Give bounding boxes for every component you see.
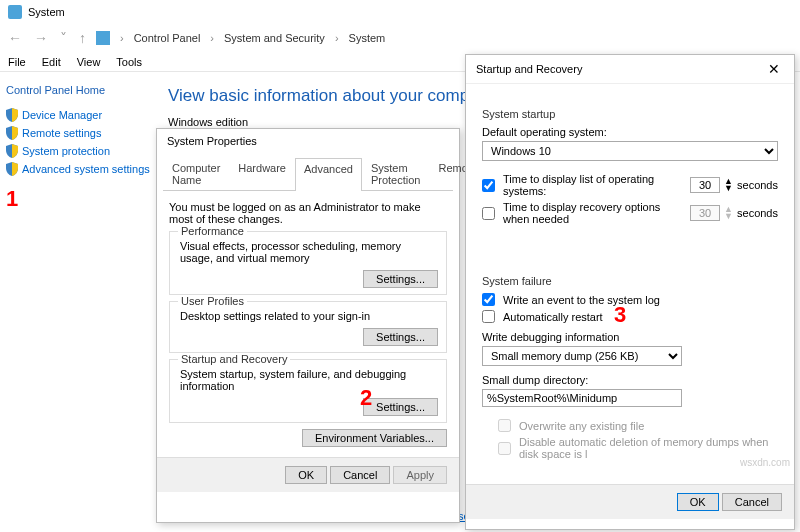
default-os-select[interactable]: Windows 10	[482, 141, 778, 161]
startup-recovery-settings-button[interactable]: Settings...	[363, 398, 438, 416]
up-icon[interactable]: ↑	[77, 30, 88, 46]
breadcrumb-l2[interactable]: System and Security	[224, 32, 325, 44]
overwrite-checkbox	[498, 419, 511, 432]
tab-system-protection[interactable]: System Protection	[362, 157, 430, 190]
debug-info-label: Write debugging information	[482, 331, 778, 343]
control-panel-icon	[96, 31, 110, 45]
menu-view[interactable]: View	[77, 56, 101, 68]
breadcrumb-root[interactable]: Control Panel	[134, 32, 201, 44]
tab-computer-name[interactable]: Computer Name	[163, 157, 229, 190]
menu-file[interactable]: File	[8, 56, 26, 68]
tab-hardware[interactable]: Hardware	[229, 157, 295, 190]
debug-info-select[interactable]: Small memory dump (256 KB)	[482, 346, 682, 366]
window-title: System	[28, 6, 65, 18]
dialog-title: System Properties	[157, 129, 459, 153]
write-event-checkbox[interactable]	[482, 293, 495, 306]
time-list-spinner[interactable]	[690, 177, 720, 193]
dump-dir-input[interactable]	[482, 389, 682, 407]
performance-group: Performance Visual effects, processor sc…	[169, 231, 447, 295]
admin-note: You must be logged on as an Administrato…	[169, 201, 447, 225]
shield-icon	[6, 126, 18, 140]
time-list-checkbox[interactable]	[482, 179, 495, 192]
dump-dir-label: Small dump directory:	[482, 374, 778, 386]
breadcrumb-l3[interactable]: System	[349, 32, 386, 44]
tabs: Computer Name Hardware Advanced System P…	[163, 157, 453, 191]
sidebar-item-system-protection[interactable]: System protection	[6, 142, 150, 160]
chevron-right-icon: ›	[333, 32, 341, 44]
sidebar-home[interactable]: Control Panel Home	[6, 82, 150, 98]
menu-tools[interactable]: Tools	[116, 56, 142, 68]
user-profiles-settings-button[interactable]: Settings...	[363, 328, 438, 346]
cancel-button[interactable]: Cancel	[722, 493, 782, 511]
address-bar: ← → ˅ ↑ › Control Panel › System and Sec…	[0, 24, 800, 52]
auto-restart-checkbox[interactable]	[482, 310, 495, 323]
menu-edit[interactable]: Edit	[42, 56, 61, 68]
cancel-button[interactable]: Cancel	[330, 466, 390, 484]
shield-icon	[6, 162, 18, 176]
close-icon[interactable]: ✕	[764, 61, 784, 77]
annotation-1: 1	[6, 186, 18, 212]
annotation-2: 2	[360, 385, 372, 411]
shield-icon	[6, 144, 18, 158]
ok-button[interactable]: OK	[285, 466, 327, 484]
ok-button[interactable]: OK	[677, 493, 719, 511]
default-os-label: Default operating system:	[482, 126, 778, 138]
sidebar-item-advanced-system-settings[interactable]: Advanced system settings	[6, 160, 150, 178]
recent-dropdown-icon[interactable]: ˅	[58, 30, 69, 46]
user-profiles-group: User Profiles Desktop settings related t…	[169, 301, 447, 353]
page-heading: View basic information about your comput…	[168, 86, 498, 106]
system-properties-dialog: System Properties Computer Name Hardware…	[156, 128, 460, 523]
startup-recovery-group: Startup and Recovery System startup, sys…	[169, 359, 447, 423]
watermark: wsxdn.com	[740, 457, 790, 468]
chevron-right-icon: ›	[118, 32, 126, 44]
system-failure-heading: System failure	[482, 275, 778, 287]
environment-variables-button[interactable]: Environment Variables...	[302, 429, 447, 447]
time-recovery-checkbox[interactable]	[482, 207, 495, 220]
chevron-right-icon: ›	[208, 32, 216, 44]
sidebar-item-device-manager[interactable]: Device Manager	[6, 106, 150, 124]
tab-advanced[interactable]: Advanced	[295, 158, 362, 191]
annotation-3: 3	[614, 302, 626, 328]
dialog-title: Startup and Recovery	[476, 63, 582, 75]
time-recovery-spinner	[690, 205, 720, 221]
disable-deletion-checkbox	[498, 442, 511, 455]
forward-icon[interactable]: →	[32, 30, 50, 46]
sidebar-item-remote-settings[interactable]: Remote settings	[6, 124, 150, 142]
apply-button[interactable]: Apply	[393, 466, 447, 484]
section-label: Windows edition	[168, 116, 498, 128]
back-icon[interactable]: ←	[6, 30, 24, 46]
system-icon	[8, 5, 22, 19]
shield-icon	[6, 108, 18, 122]
performance-settings-button[interactable]: Settings...	[363, 270, 438, 288]
window-titlebar: System	[0, 0, 800, 24]
system-startup-heading: System startup	[482, 108, 778, 120]
sidebar: Control Panel Home Device Manager Remote…	[0, 72, 156, 532]
